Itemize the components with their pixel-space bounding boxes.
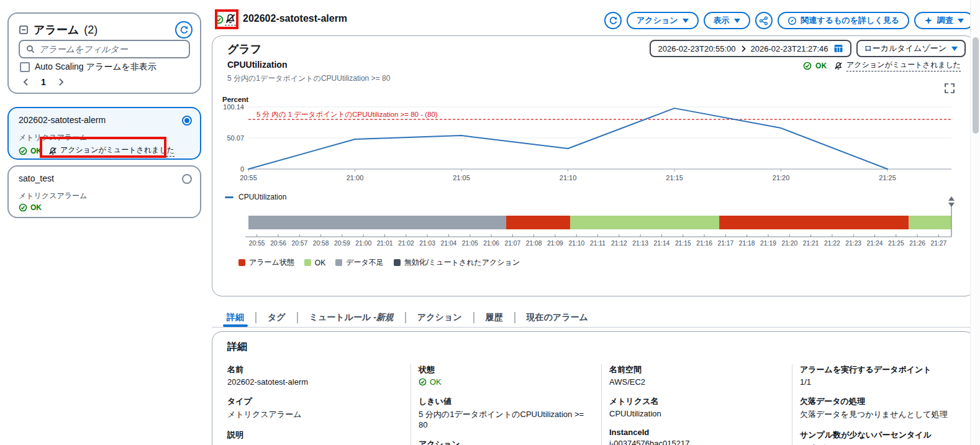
tab-label: 履歴 — [486, 312, 503, 323]
alarm-filter-input[interactable] — [19, 40, 190, 58]
alarm-radio-selected[interactable] — [182, 116, 192, 126]
svg-text:20:55: 20:55 — [249, 240, 265, 247]
tab-label: タグ — [268, 312, 286, 323]
details-field-value: CPUUtilization — [609, 409, 784, 418]
details-field-label: 欠落データの処理 — [800, 396, 969, 407]
details-field-label: InstanceId — [609, 428, 784, 437]
alarm-name[interactable]: sato_test — [19, 173, 54, 183]
checkbox-icon[interactable] — [20, 62, 30, 72]
explore-related-label: 関連するものを詳しく見る — [801, 15, 899, 26]
hide-autoscaling-checkbox-row[interactable]: Auto Scaling アラームを非表示 — [20, 62, 157, 73]
header-ok-status-icon — [214, 15, 224, 24]
svg-text:21:19: 21:19 — [760, 240, 776, 247]
svg-text:21:21: 21:21 — [803, 240, 819, 247]
svg-text:21:02: 21:02 — [398, 240, 414, 247]
svg-text:21:20: 21:20 — [781, 240, 797, 247]
ok-check-icon — [803, 62, 812, 70]
investigate-dropdown-button[interactable]: 調査 — [914, 12, 974, 29]
details-field-value: evaluate — [800, 443, 969, 445]
details-heading: 詳細 — [227, 341, 247, 354]
svg-text:21:17: 21:17 — [717, 240, 733, 247]
bell-muted-icon — [48, 147, 57, 155]
state-legend-label: アラーム状態 — [249, 257, 294, 268]
header-bell-muted-icon[interactable] — [225, 13, 236, 25]
alarm-name[interactable]: 202602-satotest-alerm — [19, 115, 106, 125]
state-legend-item: 無効化/ミュートされたアクション — [394, 257, 520, 268]
alarm-list-title: アラーム — [34, 22, 79, 37]
details-status-text: OK — [430, 377, 442, 387]
chevron-down-icon — [951, 47, 958, 51]
alarm-filter-text[interactable] — [39, 44, 183, 54]
tab-現在のアラーム[interactable]: 現在のアラーム — [515, 308, 599, 327]
details-field-label: 名前空間 — [609, 364, 784, 375]
graph-muted-actions-link[interactable]: アクションがミュートされました — [846, 60, 961, 71]
svg-text:20:57: 20:57 — [291, 240, 307, 247]
tab-履歴[interactable]: 履歴 — [474, 308, 514, 327]
state-legend-swatch — [394, 259, 401, 266]
alarm-status-ok: OK — [30, 203, 42, 212]
svg-text:21:27: 21:27 — [931, 240, 947, 247]
metric-title: CPUUtilization — [227, 60, 287, 70]
timeline-slider-handle[interactable] — [948, 196, 955, 207]
svg-text:20:55: 20:55 — [240, 174, 257, 181]
tab-label: ミュートルール - — [309, 312, 376, 323]
prev-page-button[interactable] — [22, 78, 30, 86]
details-field: 欠落データの処理欠落データを見つかりませんとして処理 — [800, 396, 969, 420]
chevron-down-icon — [683, 19, 689, 23]
view-label: 表示 — [714, 15, 730, 26]
details-field-label: 説明 — [227, 429, 401, 441]
svg-text:21:06: 21:06 — [483, 240, 499, 247]
tab-label: 詳細 — [227, 312, 244, 323]
timezone-dropdown[interactable]: ローカルタイムゾーン — [856, 40, 966, 57]
date-range-picker[interactable]: 2026-02-23T20:55:00 2026-02-23T21:27:46 — [650, 40, 851, 57]
refresh-alarms-button[interactable] — [175, 21, 193, 39]
tab-ミュートルール -[interactable]: ミュートルール - 新規 — [298, 308, 405, 327]
state-legend-item: アラーム状態 — [238, 257, 294, 268]
refresh-button[interactable] — [604, 12, 622, 29]
search-icon — [26, 45, 35, 53]
share-button[interactable] — [755, 12, 773, 29]
explore-related-button[interactable]: 関連するものを詳しく見る — [778, 12, 909, 29]
collapse-panel-icon[interactable] — [19, 25, 29, 35]
graph-status-ok: OK — [815, 62, 827, 70]
alarm-card-202602-satotest-alerm[interactable]: 202602-satotest-alerm メトリクスアラーム OK アクション… — [7, 107, 201, 160]
header-toolbar: アクション 表示 関連するものを詳しく見る 調査 — [604, 12, 974, 29]
tab-label: 現在のアラーム — [527, 312, 588, 323]
details-field-label: 名前 — [227, 364, 401, 375]
actions-label: アクション — [637, 15, 678, 26]
tab-タグ[interactable]: タグ — [256, 308, 297, 327]
svg-text:50.07: 50.07 — [227, 134, 244, 142]
cpu-utilization-line-chart[interactable]: 050.07100.14Percent5 分 内の 1 データポイントのCPUU… — [217, 95, 963, 185]
svg-text:20:58: 20:58 — [313, 240, 329, 247]
bell-muted-icon — [834, 62, 843, 70]
date-start: 2026-02-23T20:55:00 — [658, 44, 735, 53]
svg-text:0: 0 — [240, 165, 244, 173]
alarm-radio-unselected[interactable] — [182, 174, 192, 184]
view-dropdown-button[interactable]: 表示 — [704, 12, 750, 29]
page-scrollbar-thumb[interactable] — [973, 37, 979, 134]
details-field-label: サンプル数が少ないパーセンタイル — [800, 429, 969, 441]
details-field: タイプメトリクスアラーム — [227, 396, 401, 420]
svg-text:21:23: 21:23 — [845, 240, 861, 247]
details-field-value: 1/1 — [800, 377, 969, 387]
alarm-state-timeline[interactable]: 20:5520:5620:5720:5820:5921:0021:0121:02… — [217, 195, 969, 257]
next-page-button[interactable] — [57, 78, 65, 86]
expand-chart-icon[interactable] — [945, 83, 955, 93]
svg-text:21:18: 21:18 — [739, 240, 755, 247]
svg-text:21:10: 21:10 — [560, 174, 577, 181]
page-scrollbar[interactable] — [970, 0, 980, 445]
alarm-card-sato-test[interactable]: sato_test メトリクスアラーム OK — [7, 165, 201, 218]
alarm-list-pagination: 1 — [22, 77, 65, 87]
state-legend: アラーム状態OKデータ不足無効化/ミュートされたアクション — [238, 257, 520, 268]
svg-text:21:03: 21:03 — [419, 240, 435, 247]
tab-アクション[interactable]: アクション — [406, 308, 473, 327]
state-legend-swatch — [304, 259, 311, 266]
svg-text:21:22: 21:22 — [824, 240, 840, 247]
muted-actions-link[interactable]: アクションがミュートされました — [60, 145, 175, 157]
details-field-value: 欠落データを見つかりませんとして処理 — [800, 409, 969, 420]
svg-text:21:15: 21:15 — [666, 174, 683, 181]
tab-詳細[interactable]: 詳細 — [216, 308, 255, 327]
details-field-value: AWS/EC2 — [609, 377, 784, 387]
actions-dropdown-button[interactable]: アクション — [627, 12, 699, 29]
page-number[interactable]: 1 — [41, 77, 46, 87]
